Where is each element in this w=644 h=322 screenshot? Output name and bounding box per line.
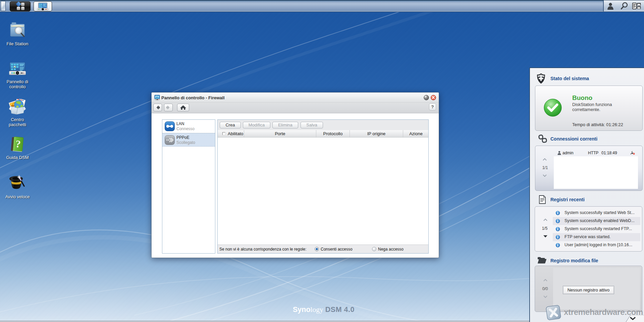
svg-text:?: ?: [15, 138, 21, 150]
